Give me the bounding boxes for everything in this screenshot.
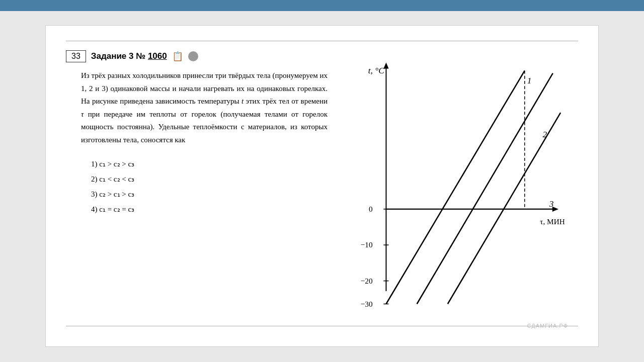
x-axis-label: τ, МИН [540, 217, 565, 226]
task-text: Из трёх разных холодильников принесли тр… [66, 69, 328, 146]
answers: 1) c₁ > c₂ > c₃ 2) c₁ < c₂ < c₃ 3) c₂ > … [66, 156, 328, 217]
answer-2: 2) c₁ < c₂ < c₃ [91, 171, 328, 187]
y-tick-neg20: −20 [361, 277, 373, 285]
content-area: 33 Задание 3 № 1060 📋 Из трёх разных хол… [66, 50, 578, 317]
y-tick-neg10: −10 [361, 240, 373, 249]
y-tick-0: 0 [369, 205, 373, 213]
line-label-2: 2 [542, 130, 547, 139]
graph-line-1 [386, 71, 524, 304]
watermark: СДАМГИА.РФ [527, 323, 568, 329]
answer-1: 1) c₁ > c₂ > c₃ [91, 156, 328, 171]
top-bar [0, 0, 644, 11]
task-number: 33 [66, 50, 86, 62]
right-panel: t, °C τ, МИН 0 −10 −20 −30 [328, 50, 578, 317]
task-link[interactable]: 1060 [148, 51, 167, 61]
bottom-line [66, 326, 578, 326]
graph-line-2 [417, 73, 553, 304]
task-title: Задание 3 № 1060 [91, 51, 167, 61]
graph: t, °C τ, МИН 0 −10 −20 −30 [340, 55, 566, 317]
y-axis-label: t, °C [368, 66, 384, 75]
task-header: 33 Задание 3 № 1060 📋 [66, 50, 328, 62]
line-label-3: 3 [549, 199, 554, 209]
answer-3: 3) c₂ > c₁ > c₃ [91, 187, 328, 202]
book-icon: 📋 [172, 51, 183, 62]
left-panel: 33 Задание 3 № 1060 📋 Из трёх разных хол… [66, 50, 328, 317]
svg-marker-1 [383, 62, 388, 68]
line-label-1: 1 [527, 76, 532, 85]
graph-line-3 [448, 113, 560, 304]
y-tick-neg30: −30 [361, 300, 373, 308]
top-line [66, 41, 578, 41]
circle-icon [188, 51, 198, 61]
main-container: 33 Задание 3 № 1060 📋 Из трёх разных хол… [45, 25, 599, 347]
answer-4: 4) c₁ = c₂ = c₃ [91, 202, 328, 217]
